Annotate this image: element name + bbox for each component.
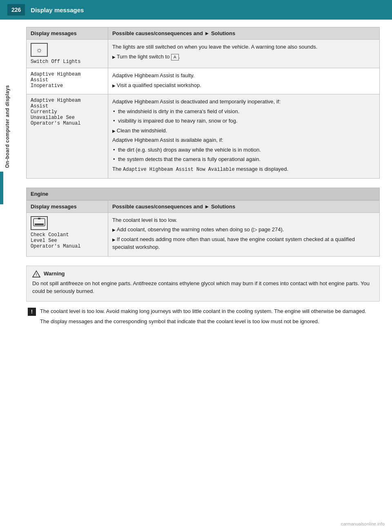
note-para-1: The coolant level is too low. Avoid maki… <box>40 307 366 315</box>
display-text: Check CoolantLevel SeeOperator's Manual <box>31 232 104 249</box>
warning-box: ! Warning Do not spill antifreeze on hot… <box>26 266 380 302</box>
display-message-cell: Check CoolantLevel SeeOperator's Manual <box>27 212 108 256</box>
warning-label: Warning <box>44 270 65 277</box>
solution-action: Turn the light switch to A. <box>112 53 375 61</box>
note-para-2: The display messages and the correspondi… <box>40 317 366 326</box>
inline-mono: Adaptive Highbeam Assist Now Available <box>123 167 235 172</box>
coolant-icon-box <box>31 216 48 230</box>
svg-text:!: ! <box>36 273 37 277</box>
display-text: Switch Off Lights <box>31 59 104 65</box>
main-content: Display messages Possible causes/consequ… <box>19 20 392 344</box>
solution-text: Adaptive Highbeam Assist is faulty. <box>112 72 375 80</box>
solution-action: Visit a qualified specialist workshop. <box>112 81 375 89</box>
solution-cell: The coolant level is too low. Add coolan… <box>108 212 380 256</box>
table-row: ☼ Switch Off Lights The lights are still… <box>27 40 380 68</box>
coolant-icon <box>33 218 46 228</box>
warning-title: ! Warning <box>32 270 374 277</box>
note-block: ! The coolant level is too low. Avoid ma… <box>26 307 380 327</box>
note-icon: ! <box>28 308 36 316</box>
solution-para: Adaptive Highbeam Assist is deactivated … <box>112 98 375 106</box>
engine-col1-header: Display messages <box>27 200 108 212</box>
solution-bullet: the dirt (e.g. slush) drops away while t… <box>112 146 375 154</box>
solution-bullet: the system detects that the camera is fu… <box>112 155 375 163</box>
solution-cell: Adaptive Highbeam Assist is faulty. Visi… <box>108 68 380 94</box>
table-row: Adaptive HighbeamAssistInoperative Adapt… <box>27 68 380 94</box>
display-message-cell: Adaptive HighbeamAssistCurrentlyUnavaila… <box>27 94 108 179</box>
display-message-cell: Adaptive HighbeamAssistInoperative <box>27 68 108 94</box>
solution-bullet: the windshield is dirty in the camera's … <box>112 107 375 116</box>
warning-triangle-icon: ! <box>32 270 40 277</box>
table-row: Adaptive HighbeamAssistCurrentlyUnavaila… <box>27 94 380 179</box>
solution-cell: Adaptive Highbeam Assist is deactivated … <box>108 94 380 179</box>
display-text: Adaptive HighbeamAssistCurrentlyUnavaila… <box>31 98 104 126</box>
solution-cell: The lights are still switched on when yo… <box>108 40 380 68</box>
coolant-svg <box>33 218 46 228</box>
lights-table: Display messages Possible causes/consequ… <box>26 27 380 179</box>
solution-text: The lights are still switched on when yo… <box>112 43 375 51</box>
display-text: Adaptive HighbeamAssistInoperative <box>31 72 104 89</box>
solution-action: Clean the windshield. <box>112 127 375 135</box>
sun-icon: ☼ <box>36 46 43 54</box>
display-message-cell: ☼ Switch Off Lights <box>27 40 108 68</box>
page-number: 226 <box>7 4 25 16</box>
svg-rect-2 <box>38 218 40 219</box>
header-bar: 226 Display messages <box>0 0 392 20</box>
header-title: Display messages <box>31 7 84 13</box>
engine-col2-header: Possible causes/consequences and ► Solut… <box>108 200 380 212</box>
solution-para: The coolant level is too low. <box>112 216 375 224</box>
note-text: The coolant level is too low. Avoid maki… <box>40 307 366 327</box>
solution-bullet: visibility is impaired due to heavy rain… <box>112 117 375 125</box>
solution-para: The Adaptive Highbeam Assist Now Availab… <box>112 165 375 173</box>
solution-action: If coolant needs adding more often than … <box>112 235 375 251</box>
sidebar-accent <box>0 172 3 204</box>
sun-icon-box: ☼ <box>31 43 48 57</box>
engine-table: Display messages Possible causes/consequ… <box>26 200 380 257</box>
watermark: carmanualsonline.info <box>341 521 385 526</box>
warning-text: Do not spill antifreeze on hot engine pa… <box>32 279 374 295</box>
lights-col1-header: Display messages <box>27 27 108 40</box>
table-row: Check CoolantLevel SeeOperator's Manual … <box>27 212 380 256</box>
svg-rect-1 <box>35 224 44 225</box>
solution-action: Add coolant, observing the warning notes… <box>112 226 375 234</box>
lights-col2-header: Possible causes/consequences and ► Solut… <box>108 27 380 40</box>
engine-section-header: Engine <box>26 188 380 200</box>
key-indicator: A <box>171 54 179 60</box>
solution-para: Adaptive Highbeam Assist is available ag… <box>112 136 375 144</box>
